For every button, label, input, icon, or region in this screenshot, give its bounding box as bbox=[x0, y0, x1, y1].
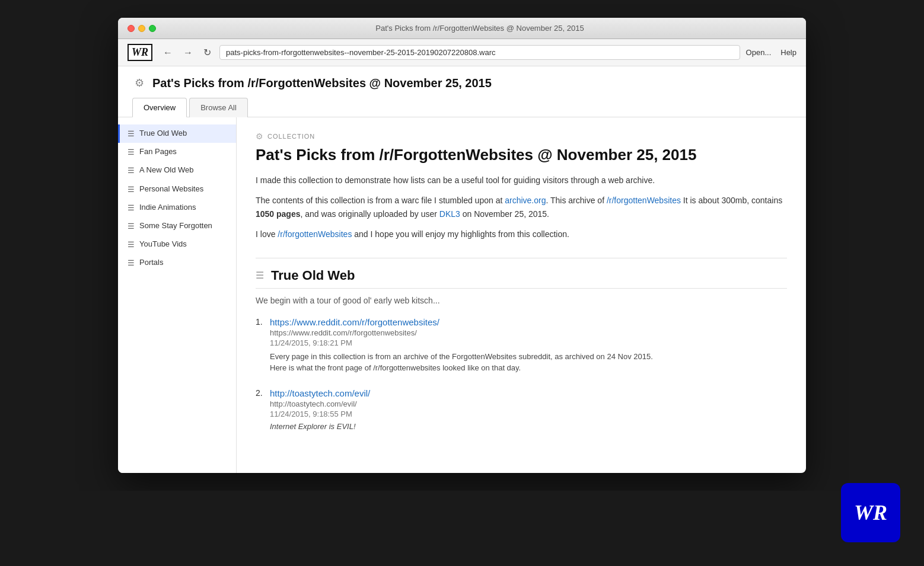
tabs: Overview Browse All bbox=[132, 97, 792, 117]
section-title: True Old Web bbox=[271, 268, 355, 283]
sidebar-item-label: Some Stay Forgotten bbox=[139, 220, 212, 231]
section-header: ☰ True Old Web bbox=[256, 268, 787, 283]
close-button[interactable] bbox=[128, 25, 135, 32]
url-timestamp-2: 11/24/2015, 9:18:55 PM bbox=[270, 410, 787, 418]
sidebar-item-indie-animations[interactable]: ☰ Indie Animations bbox=[118, 199, 236, 217]
desc3-pre: I love bbox=[256, 229, 278, 239]
desc2-end2: on November 25, 2015. bbox=[460, 209, 549, 219]
sidebar-item-true-old-web[interactable]: ☰ True Old Web bbox=[118, 124, 236, 143]
url-item-1: https://www.reddit.com/r/forgottenwebsit… bbox=[256, 317, 787, 374]
list-icon: ☰ bbox=[128, 239, 135, 250]
browser-toolbar: WR ← → ↻ Open... Help bbox=[118, 39, 806, 66]
url-desc-1: Every page in this collection is from an… bbox=[270, 351, 787, 363]
tab-overview[interactable]: Overview bbox=[132, 98, 187, 117]
main-layout: ☰ True Old Web ☰ Fan Pages ☰ A New Old W… bbox=[118, 117, 806, 473]
desc2-end: , and was originally uploaded by user bbox=[301, 209, 439, 219]
collection-label-icon: ⚙ bbox=[256, 132, 264, 141]
url-desc-1b: Here is what the front page of /r/forgot… bbox=[270, 362, 787, 374]
address-bar[interactable] bbox=[219, 45, 740, 60]
dkl3-link[interactable]: DKL3 bbox=[439, 209, 460, 219]
list-icon: ☰ bbox=[128, 147, 135, 158]
sidebar: ☰ True Old Web ☰ Fan Pages ☰ A New Old W… bbox=[118, 117, 237, 473]
rforgottenwebsites-link2[interactable]: /r/forgottenWebsites bbox=[278, 229, 352, 239]
sidebar-item-portals[interactable]: ☰ Portals bbox=[118, 254, 236, 272]
rforgottenwebsites-link1[interactable]: /r/forgottenWebsites bbox=[607, 196, 681, 205]
sidebar-item-some-stay-forgotten[interactable]: ☰ Some Stay Forgotten bbox=[118, 217, 236, 235]
list-icon: ☰ bbox=[128, 129, 135, 139]
pages-count: 1050 pages bbox=[256, 209, 301, 219]
wr-logo[interactable]: WR bbox=[128, 44, 152, 61]
window-title: Pat's Picks from /r/ForgottenWebsites @ … bbox=[163, 24, 796, 33]
url-list: https://www.reddit.com/r/forgottenwebsit… bbox=[256, 317, 787, 431]
url-desc-2: Internet Explorer is EVIL! bbox=[270, 422, 787, 431]
section-divider bbox=[256, 258, 787, 258]
section-divider-2 bbox=[256, 288, 787, 289]
archive-org-link[interactable]: archive.org bbox=[505, 196, 546, 205]
tab-browse-all[interactable]: Browse All bbox=[189, 98, 248, 117]
sidebar-item-label: Personal Websites bbox=[139, 184, 203, 194]
sidebar-item-label: Fan Pages bbox=[139, 146, 177, 157]
collection-icon: ⚙ bbox=[132, 76, 146, 90]
url-actual-1: https://www.reddit.com/r/forgottenwebsit… bbox=[270, 328, 787, 337]
browser-window: Pat's Picks from /r/ForgottenWebsites @ … bbox=[118, 18, 806, 473]
list-icon: ☰ bbox=[128, 258, 135, 268]
sidebar-item-label: Indie Animations bbox=[139, 202, 196, 213]
section-desc: We begin with a tour of good ol' early w… bbox=[256, 296, 787, 305]
description: I made this collection to demonstrate ho… bbox=[256, 174, 787, 241]
sidebar-item-label: A New Old Web bbox=[139, 165, 194, 175]
section-list-icon: ☰ bbox=[256, 270, 264, 281]
list-icon: ☰ bbox=[128, 184, 135, 195]
traffic-lights bbox=[128, 25, 156, 32]
page-header: ⚙ Pat's Picks from /r/ForgottenWebsites … bbox=[118, 66, 806, 117]
toolbar-actions: Open... Help bbox=[746, 48, 796, 57]
forward-button[interactable]: → bbox=[181, 46, 195, 59]
url-main-link-2[interactable]: http://toastytech.com/evil/ bbox=[270, 388, 787, 398]
desc2-pre: The contents of this collection is from … bbox=[256, 196, 505, 205]
sidebar-item-label: True Old Web bbox=[139, 128, 187, 139]
sidebar-item-true-old-web-wrapper: ☰ True Old Web bbox=[118, 124, 236, 143]
desc2-mid2: It is about 300mb, contains bbox=[681, 196, 782, 205]
back-button[interactable]: ← bbox=[161, 46, 175, 59]
desc1: I made this collection to demonstrate ho… bbox=[256, 174, 787, 187]
wr-watermark: WR bbox=[841, 483, 900, 491]
desc2: The contents of this collection is from … bbox=[256, 194, 787, 220]
url-item-2: http://toastytech.com/evil/ http://toast… bbox=[256, 388, 787, 431]
content-area: ⚙ COLLECTION Pat's Picks from /r/Forgott… bbox=[237, 117, 806, 473]
sidebar-item-fan-pages[interactable]: ☰ Fan Pages bbox=[118, 143, 236, 161]
list-icon: ☰ bbox=[128, 165, 135, 176]
title-bar: Pat's Picks from /r/ForgottenWebsites @ … bbox=[118, 18, 806, 39]
list-icon: ☰ bbox=[128, 221, 135, 232]
sidebar-item-new-old-web[interactable]: ☰ A New Old Web bbox=[118, 161, 236, 180]
sidebar-item-label: YouTube Vids bbox=[139, 239, 187, 250]
collection-title: Pat's Picks from /r/ForgottenWebsites @ … bbox=[256, 146, 787, 164]
desc3: I love /r/forgottenWebsites and I hope y… bbox=[256, 228, 787, 241]
url-actual-2: http://toastytech.com/evil/ bbox=[270, 399, 787, 408]
reload-button[interactable]: ↻ bbox=[201, 46, 214, 59]
page-title-row: ⚙ Pat's Picks from /r/ForgottenWebsites … bbox=[132, 76, 792, 90]
url-main-link-1[interactable]: https://www.reddit.com/r/forgottenwebsit… bbox=[270, 317, 787, 327]
open-button[interactable]: Open... bbox=[746, 48, 772, 57]
collection-label-text: COLLECTION bbox=[267, 133, 315, 140]
sidebar-item-youtube-vids[interactable]: ☰ YouTube Vids bbox=[118, 235, 236, 254]
maximize-button[interactable] bbox=[149, 25, 156, 32]
minimize-button[interactable] bbox=[138, 25, 145, 32]
list-icon: ☰ bbox=[128, 203, 135, 213]
sidebar-item-label: Portals bbox=[139, 257, 163, 268]
url-timestamp-1: 11/24/2015, 9:18:21 PM bbox=[270, 338, 787, 347]
collection-label: ⚙ COLLECTION bbox=[256, 132, 787, 141]
help-button[interactable]: Help bbox=[780, 48, 796, 57]
page-title: Pat's Picks from /r/ForgottenWebsites @ … bbox=[152, 76, 492, 90]
desc3-end: and I hope you will enjoy my highlights … bbox=[352, 229, 569, 239]
sidebar-item-personal-websites[interactable]: ☰ Personal Websites bbox=[118, 180, 236, 199]
desc2-mid: . This archive of bbox=[546, 196, 606, 205]
